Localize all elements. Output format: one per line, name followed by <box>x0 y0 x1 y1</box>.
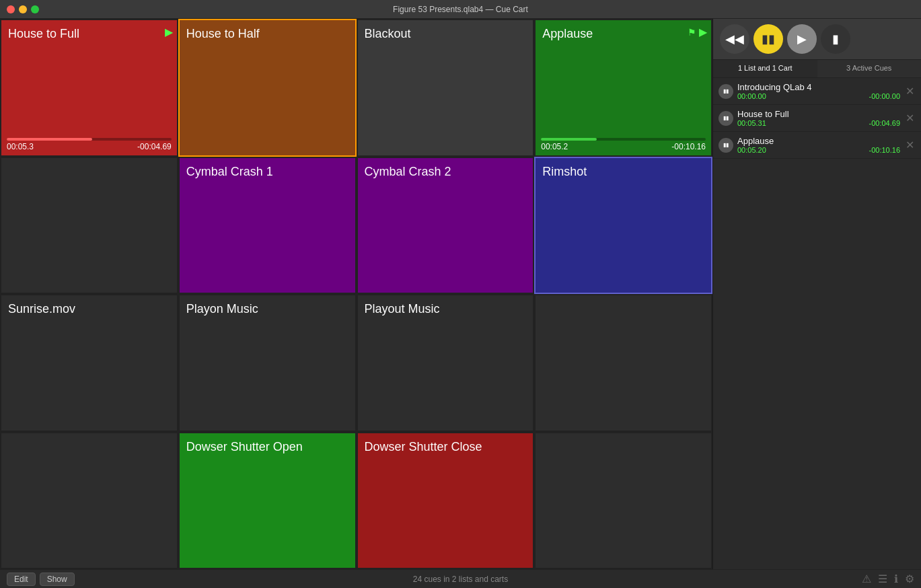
cue-tile-label: Dowser Shutter Close <box>365 440 527 455</box>
transport-bar: ◀◀ ▮▮ ▶ ▮ <box>713 19 921 60</box>
cue-tile-label: Cymbal Crash 2 <box>365 165 527 180</box>
cue-time-row: 00:05.20-00:10.16 <box>737 146 900 154</box>
cue-tile[interactable] <box>0 157 178 295</box>
active-cue-item: ▮▮House to Full00:05.31-00:04.69✕ <box>713 105 921 132</box>
play-icon: ▶ <box>165 26 173 38</box>
cue-close-button[interactable]: ✕ <box>904 112 916 124</box>
cue-pause-button[interactable]: ▮▮ <box>719 84 733 99</box>
active-cues-list: ▮▮Introducing QLab 400:00.00-00:00.00✕▮▮… <box>713 78 921 569</box>
status-bar-left: Edit Show <box>7 573 75 586</box>
cue-info: Introducing QLab 400:00.00-00:00.00 <box>737 82 900 100</box>
pause-button[interactable]: ▮▮ <box>753 24 783 54</box>
cue-tile[interactable]: Dowser Shutter Open <box>178 432 357 570</box>
panel-tab-0[interactable]: 1 List and 1 Cart <box>713 60 817 77</box>
cue-tile[interactable]: Playon Music <box>178 294 357 432</box>
cue-tile-times: 00:05.2-00:10.16 <box>541 142 706 151</box>
active-cue-item: ▮▮Introducing QLab 400:00.00-00:00.00✕ <box>713 78 921 105</box>
progress-bar-fill <box>7 138 92 141</box>
progress-bar-fill <box>541 138 597 141</box>
cue-pause-button[interactable]: ▮▮ <box>719 111 733 126</box>
cue-info: Applause00:05.20-00:10.16 <box>737 136 900 154</box>
rewind-button[interactable]: ◀◀ <box>720 24 749 54</box>
edit-button[interactable]: Edit <box>7 573 36 586</box>
cue-name: House to Full <box>737 109 900 119</box>
cue-tile[interactable]: House to Full▶00:05.3-00:04.69 <box>0 19 178 157</box>
cue-tile-label: House to Half <box>186 27 348 42</box>
cue-tile-label: Blackout <box>365 27 527 42</box>
cue-remaining: -00:04.69 <box>137 142 172 151</box>
cue-elapsed: 00:00.00 <box>737 92 766 100</box>
minimize-button[interactable] <box>19 5 27 13</box>
cue-tile-label: Applause <box>542 27 704 42</box>
status-bar: Edit Show 24 cues in 2 lists and carts ⚠… <box>0 569 921 588</box>
cue-tile[interactable]: Applause⚑▶00:05.2-00:10.16 <box>534 19 712 157</box>
cue-elapsed: 00:05.2 <box>541 142 568 151</box>
cue-tile[interactable]: Sunrise.mov <box>0 294 178 432</box>
panel-tabs: 1 List and 1 Cart3 Active Cues <box>713 60 921 78</box>
cue-tile-label: Playon Music <box>186 302 348 317</box>
cue-tile-label: Sunrise.mov <box>8 302 170 317</box>
cue-elapsed: 00:05.31 <box>737 119 766 127</box>
cue-remaining: -00:10.16 <box>671 142 706 151</box>
traffic-lights <box>7 5 39 13</box>
cue-grid: House to Full▶00:05.3-00:04.69House to H… <box>0 19 712 569</box>
cue-tile[interactable] <box>534 432 712 570</box>
cue-cart: House to Full▶00:05.3-00:04.69House to H… <box>0 19 712 569</box>
cue-tile[interactable]: Cymbal Crash 2 <box>357 157 535 295</box>
cue-remaining: -00:04.69 <box>869 119 900 127</box>
cue-tile[interactable]: Dowser Shutter Close <box>357 432 535 570</box>
flag-icon: ⚑ <box>688 27 696 38</box>
cue-tile-icons: ▶ <box>165 26 173 38</box>
cue-tile-label: Playout Music <box>365 302 527 317</box>
list-icon: ☰ <box>878 573 887 585</box>
cue-elapsed: 00:05.3 <box>7 142 34 151</box>
progress-bar-container <box>541 138 706 141</box>
cue-tile[interactable]: Blackout <box>357 19 535 157</box>
cue-tile-times: 00:05.3-00:04.69 <box>7 142 172 151</box>
cue-name: Applause <box>737 136 900 146</box>
play-button[interactable]: ▶ <box>787 24 817 54</box>
show-button[interactable]: Show <box>40 573 75 586</box>
active-cue-item: ▮▮Applause00:05.20-00:10.16✕ <box>713 132 921 159</box>
warning-icon: ⚠ <box>862 573 871 585</box>
cue-tile-label: Dowser Shutter Open <box>186 440 348 455</box>
cue-elapsed: 00:05.20 <box>737 146 766 154</box>
window-title: Figure 53 Presents.qlab4 — Cue Cart <box>393 5 528 14</box>
cue-tile[interactable]: Cymbal Crash 1 <box>178 157 357 295</box>
play-icon: ▶ <box>699 26 707 38</box>
cue-tile-label: Cymbal Crash 1 <box>186 165 348 180</box>
cue-tile[interactable] <box>0 432 178 570</box>
right-panel: ◀◀ ▮▮ ▶ ▮ 1 List and 1 Cart3 Active Cues… <box>712 19 921 569</box>
maximize-button[interactable] <box>31 5 39 13</box>
cue-name: Introducing QLab 4 <box>737 82 900 92</box>
status-icons: ⚠ ☰ ℹ ⚙ <box>862 573 914 585</box>
cue-close-button[interactable]: ✕ <box>904 85 916 98</box>
cue-tile-label: Rimshot <box>542 165 704 180</box>
panel-tab-1[interactable]: 3 Active Cues <box>817 60 922 77</box>
info-icon: ℹ <box>894 573 898 585</box>
cue-tile-icons: ⚑▶ <box>688 26 707 38</box>
cue-tile[interactable]: Rimshot <box>534 157 712 295</box>
stop-button[interactable]: ▮ <box>821 24 850 54</box>
cue-close-button[interactable]: ✕ <box>904 139 916 151</box>
main-container: House to Full▶00:05.3-00:04.69House to H… <box>0 19 921 569</box>
cue-remaining: -00:10.16 <box>869 146 900 154</box>
cue-remaining: -00:00.00 <box>869 92 900 100</box>
cue-pause-button[interactable]: ▮▮ <box>719 138 733 153</box>
cue-tile[interactable] <box>534 294 712 432</box>
cue-tile[interactable]: Playout Music <box>357 294 535 432</box>
title-bar: Figure 53 Presents.qlab4 — Cue Cart <box>0 0 921 19</box>
progress-bar-container <box>7 138 172 141</box>
status-text: 24 cues in 2 lists and carts <box>413 575 508 584</box>
cue-tile[interactable]: House to Half <box>178 19 357 157</box>
cue-tile-label: House to Full <box>8 27 170 42</box>
close-button[interactable] <box>7 5 15 13</box>
cue-info: House to Full00:05.31-00:04.69 <box>737 109 900 127</box>
cue-time-row: 00:05.31-00:04.69 <box>737 119 900 127</box>
settings-icon: ⚙ <box>905 573 914 585</box>
cue-time-row: 00:00.00-00:00.00 <box>737 92 900 100</box>
